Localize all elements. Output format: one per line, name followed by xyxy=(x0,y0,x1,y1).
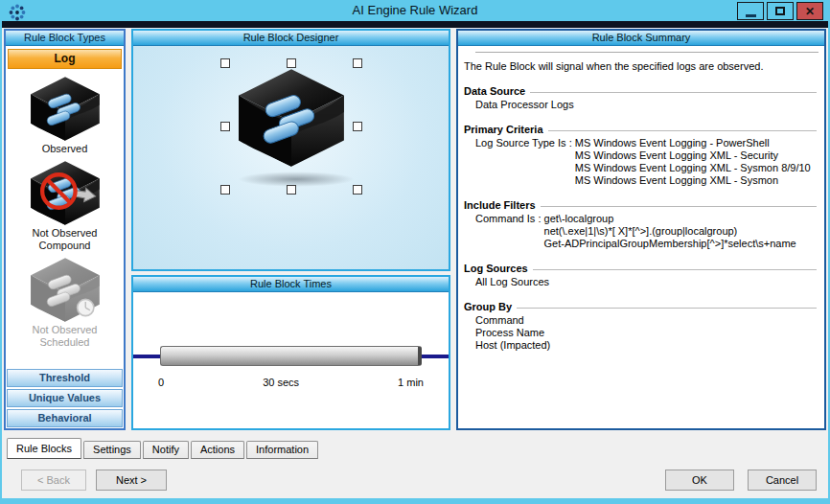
rule-block-cube-icon[interactable] xyxy=(233,67,350,169)
rule-block-times-panel: Rule Block Times 0 30 secs 1 min xyxy=(131,275,450,430)
section-title: Log Sources xyxy=(464,263,528,275)
summary-section-data-source: Data Source Data Processor Logs xyxy=(464,85,818,111)
tab-information[interactable]: Information xyxy=(246,441,318,459)
resize-handle[interactable] xyxy=(353,58,362,68)
rule-block-designer-header: Rule Block Designer xyxy=(133,31,449,46)
not-observed-scheduled-icon xyxy=(27,257,104,323)
tick-end: 1 min xyxy=(398,377,424,388)
type-item-not-observed-compound[interactable]: Not Observed Compound xyxy=(6,160,124,252)
maximize-icon xyxy=(775,7,785,15)
section-title: Include Filters xyxy=(464,199,536,212)
tab-actions[interactable]: Actions xyxy=(191,441,244,459)
section-value: MS Windows Event Logging - PowerShell xyxy=(575,137,811,149)
section-value: Get-ADPrincipalGroupMembership[^>]*selec… xyxy=(544,238,796,250)
summary-section-log-sources: Log Sources All Log Sources xyxy=(464,263,818,288)
resize-handle[interactable] xyxy=(220,122,230,131)
time-range-slider xyxy=(133,346,449,366)
minimize-icon xyxy=(746,14,756,17)
rule-block-times-header: Rule Block Times xyxy=(133,277,449,292)
tab-settings[interactable]: Settings xyxy=(83,441,141,459)
button-bar: < Back Next > OK Cancel xyxy=(4,470,826,491)
summary-section-primary-criteria: Primary Criteria Log Source Type Is : MS… xyxy=(464,124,818,187)
section-value: MS Windows Event Logging XML - Security xyxy=(575,149,811,162)
titlebar-separator xyxy=(2,21,828,28)
log-category-button[interactable]: Log xyxy=(8,49,122,69)
tab-notify[interactable]: Notify xyxy=(143,441,189,459)
rule-block-summary-panel: Rule Block Summary The Rule Block will s… xyxy=(456,29,826,430)
section-title: Data Source xyxy=(464,85,525,98)
section-value: MS Windows Event Logging XML - Sysmon 8/… xyxy=(575,162,811,174)
close-button[interactable]: ✕ xyxy=(796,2,823,20)
tick-start: 0 xyxy=(158,377,164,388)
window-title: AI Engine Rule Wizard xyxy=(0,3,830,17)
client-area: Rule Block Types Log Observed Not Observ… xyxy=(2,28,828,498)
section-title: Primary Criteria xyxy=(464,124,543,136)
summary-section-group-by: Group By Command Process Name Host (Impa… xyxy=(464,301,818,352)
next-button[interactable]: Next > xyxy=(96,470,167,491)
section-value: get\-localgroup xyxy=(544,213,796,225)
resize-handle[interactable] xyxy=(220,58,230,68)
type-item-not-observed-scheduled: Not Observed Scheduled xyxy=(6,257,124,349)
section-title: Group By xyxy=(464,301,512,313)
type-label: Observed xyxy=(12,143,119,155)
cube-shadow xyxy=(238,172,355,187)
titlebar: AI Engine Rule Wizard ✕ xyxy=(0,0,830,21)
maximize-button[interactable] xyxy=(767,2,794,20)
designer-canvas[interactable] xyxy=(133,46,449,269)
slider-scale: 0 30 secs 1 min xyxy=(158,377,424,388)
observed-cube-icon xyxy=(27,76,104,142)
minimize-button[interactable] xyxy=(737,2,764,20)
section-value: Host (Impacted) xyxy=(475,339,550,352)
resize-handle[interactable] xyxy=(220,185,230,195)
rule-block-designer-panel: Rule Block Designer xyxy=(131,29,450,271)
rule-block-types-panel: Rule Block Types Log Observed Not Observ… xyxy=(4,29,126,430)
summary-section-include-filters: Include Filters Command Is : get\-localg… xyxy=(464,199,818,250)
rule-block-summary-header: Rule Block Summary xyxy=(458,31,824,46)
ok-button[interactable]: OK xyxy=(665,470,734,491)
slider-range-bar[interactable] xyxy=(160,346,422,366)
behavioral-button[interactable]: Behavioral xyxy=(7,409,123,427)
section-value: MS Windows Event Logging XML - Sysmon xyxy=(575,174,811,187)
rule-block-types-header: Rule Block Types xyxy=(6,31,124,46)
tab-rule-blocks[interactable]: Rule Blocks xyxy=(7,438,81,459)
section-value: Command xyxy=(475,314,550,327)
unique-values-button[interactable]: Unique Values xyxy=(7,389,123,407)
tick-mid: 30 secs xyxy=(263,377,299,388)
ai-engine-rule-wizard-window: AI Engine Rule Wizard ✕ Rule Block Types… xyxy=(0,0,830,504)
summary-intro: The Rule Block will signal when the spec… xyxy=(464,60,818,73)
type-label: Not Observed Compound xyxy=(12,227,119,252)
not-observed-compound-icon xyxy=(27,160,104,226)
close-icon: ✕ xyxy=(805,6,815,17)
section-value: Data Processor Logs xyxy=(475,99,574,111)
section-label: Command Is : xyxy=(475,213,544,250)
cancel-button[interactable]: Cancel xyxy=(748,470,817,491)
threshold-button[interactable]: Threshold xyxy=(7,369,123,387)
section-value: net(\.exe|1|\s)*[ X]*[^>].(group|localgr… xyxy=(544,225,796,238)
wizard-tabs: Rule Blocks Settings Notify Actions Info… xyxy=(4,437,826,459)
type-item-observed[interactable]: Observed xyxy=(6,76,124,155)
section-label: Log Source Type Is : xyxy=(475,137,575,187)
type-label: Not Observed Scheduled xyxy=(12,324,119,349)
resize-handle[interactable] xyxy=(353,122,362,131)
section-value: All Log Sources xyxy=(475,276,549,288)
selected-rule-block[interactable] xyxy=(220,58,362,195)
back-button: < Back xyxy=(21,470,86,491)
summary-divider xyxy=(475,52,818,54)
section-value: Process Name xyxy=(475,327,550,339)
